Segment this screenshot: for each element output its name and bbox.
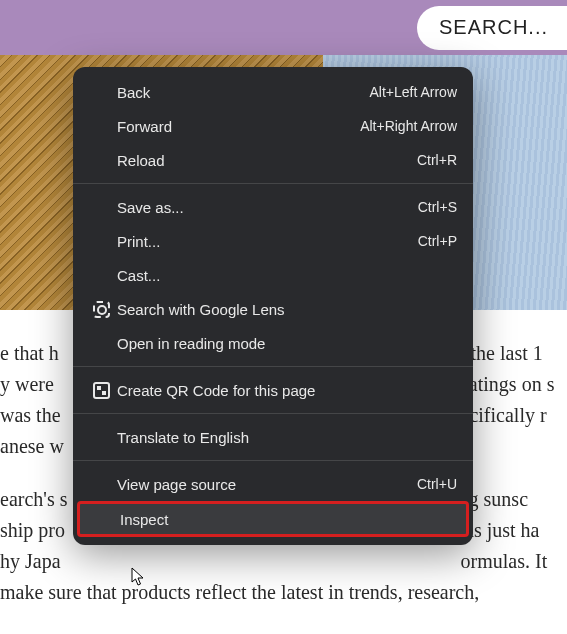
qr-code-icon <box>85 382 117 399</box>
menu-label: Cast... <box>117 267 457 284</box>
menu-label: Translate to English <box>117 429 457 446</box>
menu-shortcut: Alt+Left Arrow <box>369 84 457 100</box>
menu-divider <box>73 183 473 184</box>
menu-item-inspect[interactable]: Inspect <box>77 501 469 537</box>
menu-item-save-as[interactable]: Save as... Ctrl+S <box>73 190 473 224</box>
menu-item-reading-mode[interactable]: Open in reading mode <box>73 326 473 360</box>
menu-label: Inspect <box>120 511 454 528</box>
menu-label: Search with Google Lens <box>117 301 457 318</box>
menu-label: Back <box>117 84 369 101</box>
menu-divider <box>73 413 473 414</box>
google-lens-icon <box>85 301 117 318</box>
menu-item-forward[interactable]: Forward Alt+Right Arrow <box>73 109 473 143</box>
search-placeholder: SEARCH... <box>439 16 548 39</box>
menu-label: View page source <box>117 476 417 493</box>
search-input[interactable]: SEARCH... <box>417 6 567 50</box>
menu-label: Open in reading mode <box>117 335 457 352</box>
menu-label: Print... <box>117 233 418 250</box>
menu-shortcut: Ctrl+S <box>418 199 457 215</box>
top-bar: SEARCH... <box>0 0 567 55</box>
menu-item-google-lens[interactable]: Search with Google Lens <box>73 292 473 326</box>
menu-divider <box>73 366 473 367</box>
menu-item-print[interactable]: Print... Ctrl+P <box>73 224 473 258</box>
menu-label: Create QR Code for this page <box>117 382 457 399</box>
menu-item-back[interactable]: Back Alt+Left Arrow <box>73 75 473 109</box>
menu-label: Reload <box>117 152 417 169</box>
menu-shortcut: Ctrl+P <box>418 233 457 249</box>
context-menu: Back Alt+Left Arrow Forward Alt+Right Ar… <box>73 67 473 545</box>
menu-item-cast[interactable]: Cast... <box>73 258 473 292</box>
menu-shortcut: Ctrl+R <box>417 152 457 168</box>
menu-divider <box>73 460 473 461</box>
menu-item-create-qr[interactable]: Create QR Code for this page <box>73 373 473 407</box>
menu-item-view-source[interactable]: View page source Ctrl+U <box>73 467 473 501</box>
menu-shortcut: Ctrl+U <box>417 476 457 492</box>
menu-label: Save as... <box>117 199 418 216</box>
menu-item-translate[interactable]: Translate to English <box>73 420 473 454</box>
menu-item-reload[interactable]: Reload Ctrl+R <box>73 143 473 177</box>
menu-label: Forward <box>117 118 360 135</box>
menu-shortcut: Alt+Right Arrow <box>360 118 457 134</box>
